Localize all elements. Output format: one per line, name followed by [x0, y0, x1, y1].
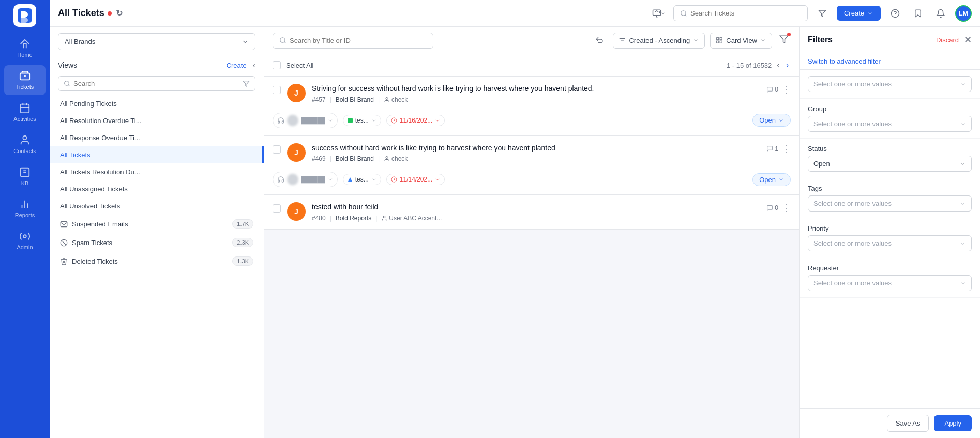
nav-item-resolution-due[interactable]: All Tickets Resolution Du... — [50, 163, 264, 180]
sidebar-item-kb[interactable]: KB — [4, 161, 46, 191]
ticket-search-input[interactable] — [290, 37, 427, 44]
notifications-button[interactable] — [932, 5, 949, 22]
ticket-title[interactable]: Striving for success without hard work i… — [312, 84, 760, 94]
nav-item-pending[interactable]: All Pending Tickets — [50, 95, 264, 112]
status-badge[interactable]: Open — [752, 173, 791, 186]
toolbar: Created - Ascending Card View — [264, 27, 799, 54]
svg-line-19 — [68, 85, 69, 86]
ticket-more-button[interactable]: ⋮ — [781, 84, 791, 95]
due-date-chip[interactable]: 11/16/202... — [386, 115, 445, 126]
close-filter-button[interactable]: ✕ — [964, 34, 972, 46]
activities-icon — [19, 102, 31, 114]
nav-item-deleted[interactable]: Deleted Tickets 1.3K — [50, 252, 264, 270]
export-button[interactable] — [591, 32, 608, 49]
global-search[interactable] — [673, 5, 808, 21]
filter-icon-top[interactable] — [814, 5, 831, 22]
sidebar-item-activities[interactable]: Activities — [4, 97, 46, 127]
ticket-checkbox[interactable] — [273, 145, 281, 154]
sidebar-item-reports[interactable]: Reports — [4, 193, 46, 223]
sort-icon — [619, 37, 626, 44]
sidebar-label-contacts: Contacts — [13, 148, 36, 154]
ticket-search[interactable] — [273, 33, 433, 49]
svg-marker-30 — [780, 36, 788, 43]
date-chevron-icon — [435, 118, 440, 123]
ticket-checkbox[interactable] — [273, 204, 281, 213]
ticket-title[interactable]: success without hard work is like trying… — [312, 143, 760, 154]
global-search-input[interactable] — [690, 9, 773, 17]
svg-marker-15 — [819, 10, 825, 17]
ticket-meta: #457 | Bold BI Brand | check — [312, 96, 760, 103]
sidebar-item-admin[interactable]: Admin — [4, 225, 46, 255]
filter-tags-select[interactable]: Select one or more values — [808, 195, 972, 212]
svg-point-18 — [65, 81, 69, 86]
select-all-checkbox[interactable] — [273, 61, 281, 69]
assignee-chip[interactable]: ██████ — [273, 113, 338, 128]
headset-icon — [277, 117, 284, 124]
filter-priority-select[interactable]: Select one or more values — [808, 235, 972, 251]
ticket-list-header: Select All 1 - 15 of 16532 ‹ › — [264, 54, 799, 77]
prev-page-button[interactable]: ‹ — [775, 59, 781, 71]
team-chip[interactable]: tes... — [343, 115, 381, 126]
search-icon — [680, 10, 687, 17]
nav-item-unsolved[interactable]: All Unsolved Tickets — [50, 198, 264, 215]
assignee-chip[interactable]: ██████ — [273, 172, 338, 187]
ticket-card: J success without hard work is like tryi… — [264, 136, 799, 195]
nav-item-all-tickets[interactable]: All Tickets — [50, 146, 264, 163]
sidebar: Home Tickets Activities Contacts KB Repo… — [0, 0, 50, 438]
filter-select-top[interactable]: Select one or more values — [808, 76, 972, 92]
help-button[interactable] — [887, 5, 903, 22]
filter-requester-select[interactable]: Select one or more values — [808, 275, 972, 291]
ticket-meta: #469 | Bold BI Brand | check — [312, 155, 760, 162]
mail-icon — [60, 220, 68, 228]
filter-group-select[interactable]: Select one or more values — [808, 116, 972, 132]
view-toggle[interactable]: Card View — [710, 33, 772, 49]
refresh-button[interactable]: ↻ — [116, 8, 123, 18]
ticket-title[interactable]: tested with hour feild — [312, 202, 760, 213]
views-filter-icon[interactable] — [243, 80, 250, 87]
sidebar-item-tickets[interactable]: Tickets — [4, 65, 46, 95]
discard-button[interactable]: Discard — [936, 36, 959, 44]
views-collapse-button[interactable]: ‹ — [253, 61, 255, 70]
create-button[interactable]: Create — [837, 6, 881, 21]
advanced-filter-link[interactable]: Switch to advanced filter — [800, 53, 980, 70]
ticket-more-button[interactable]: ⋮ — [781, 143, 791, 155]
screen-share-button[interactable] — [651, 5, 667, 22]
sidebar-item-contacts[interactable]: Contacts — [4, 129, 46, 159]
ticket-avatar: J — [287, 143, 306, 162]
nav-item-suspended[interactable]: Suspended Emails 1.7K — [50, 215, 264, 233]
nav-item-spam[interactable]: Spam Tickets 2.3K — [50, 233, 264, 252]
sort-dropdown[interactable]: Created - Ascending — [613, 33, 705, 49]
assignee-avatar — [287, 115, 298, 126]
export-icon — [595, 36, 604, 44]
filter-status-select[interactable]: Open — [808, 156, 972, 172]
status-chevron-icon — [778, 176, 784, 183]
user-avatar[interactable]: LM — [955, 5, 972, 22]
status-badge[interactable]: Open — [752, 114, 791, 127]
brand-select[interactable]: All Brands — [58, 33, 255, 50]
nav-item-unassigned[interactable]: All Unassigned Tickets — [50, 180, 264, 198]
ticket-more-button[interactable]: ⋮ — [781, 202, 791, 214]
next-page-button[interactable]: › — [784, 59, 791, 71]
filter-toggle-button[interactable] — [777, 33, 791, 48]
nav-item-response-overdue[interactable]: All Response Overdue Ti... — [50, 129, 264, 146]
pagination-controls: ‹ › — [775, 59, 791, 71]
filter-section-status: Status Open — [800, 139, 980, 178]
ticket-card-bottom: ██████ tes... 11/16/202... — [273, 109, 791, 128]
views-search-input[interactable] — [73, 80, 239, 87]
save-as-button[interactable]: Save As — [887, 415, 929, 432]
views-create-button[interactable]: Create — [227, 62, 247, 69]
bookmark-button[interactable] — [910, 5, 926, 22]
kb-icon — [19, 167, 31, 178]
due-date-chip[interactable]: 11/14/202... — [386, 174, 445, 185]
team-chip[interactable]: tes... — [343, 174, 381, 185]
home-icon — [19, 38, 31, 50]
nav-item-resolution-overdue[interactable]: All Resolution Overdue Ti... — [50, 112, 264, 129]
comment-icon — [766, 205, 773, 212]
ticket-checkbox[interactable] — [273, 86, 281, 94]
filter-footer: Save As Apply — [800, 408, 980, 438]
page-title: All Tickets ↻ — [58, 8, 123, 19]
app-logo[interactable] — [13, 4, 36, 27]
apply-button[interactable]: Apply — [934, 415, 972, 431]
sidebar-item-home[interactable]: Home — [4, 33, 46, 63]
assignee-chevron-icon — [328, 177, 333, 182]
